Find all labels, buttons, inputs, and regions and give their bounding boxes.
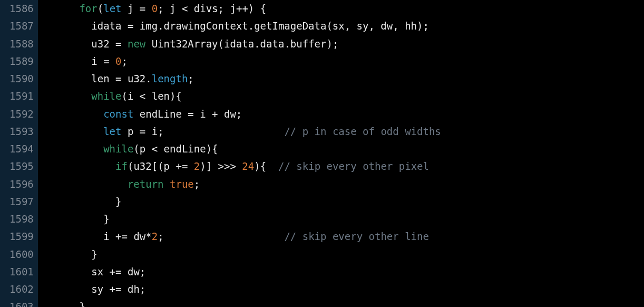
code-token bbox=[43, 160, 115, 172]
code-token: length bbox=[152, 73, 188, 84]
line-number: 1588 bbox=[9, 35, 34, 53]
code-token bbox=[43, 178, 128, 190]
code-line[interactable]: i += dw*2; // skip every other line bbox=[43, 228, 644, 245]
code-token bbox=[110, 55, 115, 67]
line-number: 1591 bbox=[9, 88, 34, 105]
code-token: Uint32Array(idata.data.buffer); bbox=[145, 38, 338, 50]
line-number: 1599 bbox=[9, 228, 34, 245]
code-line[interactable]: i = 0; bbox=[43, 53, 644, 70]
code-token: sx bbox=[43, 266, 110, 277]
code-line[interactable]: u32 = new Uint32Array(idata.data.buffer)… bbox=[43, 35, 644, 53]
code-line[interactable]: } bbox=[43, 193, 644, 210]
line-number: 1600 bbox=[9, 246, 34, 263]
code-token: ; j bbox=[158, 3, 182, 14]
code-token: i; bbox=[145, 126, 284, 137]
code-token: for bbox=[79, 3, 97, 14]
code-line[interactable]: } bbox=[43, 246, 644, 263]
code-token: 2 bbox=[152, 231, 158, 242]
code-token: ; bbox=[158, 231, 284, 242]
code-token: // skip every other line bbox=[284, 231, 429, 242]
code-token: = bbox=[103, 55, 109, 67]
code-token: += bbox=[110, 283, 122, 295]
code-token: ++ bbox=[236, 3, 248, 14]
code-token: ){ bbox=[254, 160, 278, 172]
line-number: 1602 bbox=[9, 281, 34, 298]
code-token: + bbox=[212, 108, 218, 120]
code-line[interactable]: let p = i; // p in case of odd widths bbox=[43, 123, 644, 140]
line-number: 1597 bbox=[9, 193, 34, 210]
code-token: true bbox=[170, 178, 194, 190]
code-token: = bbox=[128, 20, 133, 32]
code-token: < bbox=[182, 3, 188, 14]
code-token: (p bbox=[133, 143, 151, 155]
code-token: } bbox=[43, 248, 97, 260]
code-token: 2 bbox=[194, 160, 200, 172]
code-token: i bbox=[194, 108, 212, 120]
code-token: i bbox=[43, 55, 103, 67]
code-token: // skip every other pixel bbox=[278, 160, 429, 172]
code-token: 0 bbox=[115, 55, 121, 67]
line-number: 1589 bbox=[9, 53, 34, 70]
line-number: 1595 bbox=[9, 158, 34, 175]
code-token: sy bbox=[43, 283, 110, 295]
code-token: idata bbox=[43, 20, 128, 32]
code-token: let bbox=[103, 126, 121, 137]
code-line[interactable]: const endLine = i + dw; bbox=[43, 105, 644, 123]
code-token bbox=[236, 160, 242, 172]
code-token: ; bbox=[122, 55, 128, 67]
code-token: } bbox=[43, 213, 110, 225]
code-token: dw bbox=[128, 231, 145, 242]
code-token: p bbox=[121, 126, 139, 137]
code-token bbox=[188, 160, 193, 172]
code-token: = bbox=[188, 108, 193, 120]
code-editor[interactable]: 1586158715881589159015911592159315941595… bbox=[0, 0, 644, 307]
code-line[interactable]: } bbox=[43, 298, 644, 307]
code-token: ; bbox=[194, 178, 200, 190]
code-token: len bbox=[43, 73, 115, 84]
code-token: j bbox=[122, 3, 140, 14]
code-line[interactable]: for(let j = 0; j < divs; j++) { bbox=[43, 0, 644, 17]
code-token: u32 bbox=[43, 38, 115, 50]
line-number: 1594 bbox=[9, 140, 34, 158]
code-line[interactable]: } bbox=[43, 210, 644, 228]
code-token: i bbox=[43, 231, 115, 242]
code-line[interactable]: sx += dw; bbox=[43, 263, 644, 281]
code-token: const bbox=[103, 108, 133, 120]
code-area[interactable]: for(let j = 0; j < divs; j++) { idata = … bbox=[38, 0, 644, 307]
code-token: += bbox=[175, 160, 188, 172]
line-number: 1598 bbox=[9, 210, 34, 228]
code-token: < bbox=[152, 143, 158, 155]
code-token: while bbox=[103, 143, 133, 155]
code-token: let bbox=[103, 3, 121, 14]
line-number-gutter: 1586158715881589159015911592159315941595… bbox=[0, 0, 38, 307]
code-token: (i bbox=[121, 90, 139, 102]
code-token: < bbox=[140, 90, 145, 102]
code-token: = bbox=[140, 3, 145, 14]
code-token: endLine bbox=[133, 108, 188, 120]
line-number: 1593 bbox=[9, 123, 34, 140]
line-number: 1590 bbox=[9, 70, 34, 88]
code-token: } bbox=[43, 196, 122, 207]
code-token: len){ bbox=[145, 90, 182, 102]
code-token bbox=[43, 3, 80, 14]
code-token: img.drawingContext.getImageData(sx, sy, … bbox=[133, 20, 429, 32]
line-number: 1586 bbox=[9, 0, 34, 17]
code-token bbox=[145, 3, 151, 14]
code-token: dw; bbox=[122, 266, 146, 277]
code-token: = bbox=[115, 73, 121, 84]
code-line[interactable]: if(u32[(p += 2)] >>> 24){ // skip every … bbox=[43, 158, 644, 175]
code-line[interactable]: return true; bbox=[43, 176, 644, 193]
code-token: * bbox=[145, 231, 151, 242]
code-line[interactable]: while(i < len){ bbox=[43, 88, 644, 105]
code-token: dh; bbox=[122, 283, 146, 295]
code-line[interactable]: len = u32.length; bbox=[43, 70, 644, 88]
code-token bbox=[43, 143, 103, 155]
code-line[interactable]: sy += dh; bbox=[43, 281, 644, 298]
code-token: // p in case of odd widths bbox=[284, 126, 441, 137]
code-token: if bbox=[115, 160, 128, 172]
code-line[interactable]: idata = img.drawingContext.getImageData(… bbox=[43, 17, 644, 35]
code-line[interactable]: while(p < endLine){ bbox=[43, 140, 644, 158]
line-number: 1601 bbox=[9, 263, 34, 281]
code-token: 0 bbox=[152, 3, 158, 14]
code-token: += bbox=[115, 231, 128, 242]
